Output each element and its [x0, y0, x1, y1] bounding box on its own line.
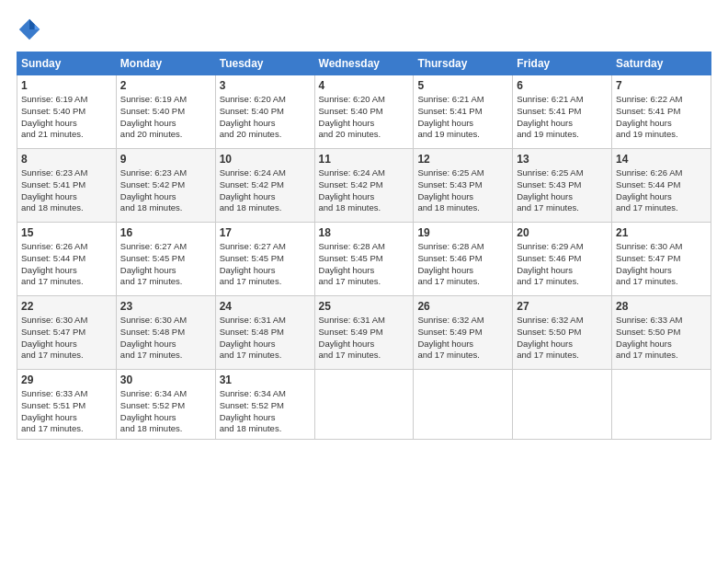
calendar-week-1: 1 Sunrise: 6:19 AMSunset: 5:40 PMDayligh… — [17, 75, 711, 149]
calendar-cell: 17 Sunrise: 6:27 AMSunset: 5:45 PMDaylig… — [215, 223, 314, 296]
day-number: 29 — [21, 373, 112, 386]
cell-info: Sunrise: 6:23 AMSunset: 5:42 PMDaylight … — [120, 167, 187, 213]
calendar-header-wednesday: Wednesday — [314, 52, 414, 75]
page-container: SundayMondayTuesdayWednesdayThursdayFrid… — [0, 0, 728, 449]
cell-info: Sunrise: 6:25 AMSunset: 5:43 PMDaylight … — [417, 167, 483, 213]
calendar-cell: 2 Sunrise: 6:19 AMSunset: 5:40 PMDayligh… — [116, 75, 215, 149]
calendar-cell: 24 Sunrise: 6:31 AMSunset: 5:48 PMDaylig… — [215, 296, 314, 370]
day-number: 3 — [220, 79, 311, 92]
calendar-cell: 16 Sunrise: 6:27 AMSunset: 5:45 PMDaylig… — [116, 223, 215, 296]
day-number: 27 — [517, 300, 608, 313]
day-number: 7 — [616, 79, 707, 92]
cell-info: Sunrise: 6:24 AMSunset: 5:42 PMDaylight … — [220, 167, 286, 213]
cell-info: Sunrise: 6:24 AMSunset: 5:42 PMDaylight … — [319, 167, 385, 213]
day-number: 16 — [120, 226, 211, 239]
cell-info: Sunrise: 6:19 AMSunset: 5:40 PMDaylight … — [21, 94, 87, 139]
calendar-cell: 28 Sunrise: 6:33 AMSunset: 5:50 PMDaylig… — [612, 296, 711, 370]
cell-info: Sunrise: 6:23 AMSunset: 5:41 PMDaylight … — [21, 167, 87, 213]
calendar-cell: 31 Sunrise: 6:34 AMSunset: 5:52 PMDaylig… — [215, 370, 314, 440]
calendar-cell: 15 Sunrise: 6:26 AMSunset: 5:44 PMDaylig… — [17, 223, 117, 296]
cell-info: Sunrise: 6:25 AMSunset: 5:43 PMDaylight … — [517, 167, 583, 213]
header — [17, 17, 711, 42]
calendar-cell — [414, 370, 513, 440]
calendar-cell: 20 Sunrise: 6:29 AMSunset: 5:46 PMDaylig… — [513, 223, 612, 296]
calendar-cell: 22 Sunrise: 6:30 AMSunset: 5:47 PMDaylig… — [17, 296, 117, 370]
cell-info: Sunrise: 6:21 AMSunset: 5:41 PMDaylight … — [417, 94, 483, 139]
calendar-cell: 1 Sunrise: 6:19 AMSunset: 5:40 PMDayligh… — [17, 75, 117, 149]
day-number: 18 — [319, 226, 410, 239]
day-number: 20 — [517, 226, 608, 239]
calendar-header-sunday: Sunday — [17, 52, 117, 75]
cell-info: Sunrise: 6:30 AMSunset: 5:48 PMDaylight … — [120, 315, 187, 360]
calendar-cell: 8 Sunrise: 6:23 AMSunset: 5:41 PMDayligh… — [17, 149, 117, 223]
day-number: 28 — [616, 300, 707, 313]
cell-info: Sunrise: 6:32 AMSunset: 5:50 PMDaylight … — [517, 315, 583, 360]
calendar-cell: 14 Sunrise: 6:26 AMSunset: 5:44 PMDaylig… — [612, 149, 711, 223]
calendar-week-5: 29 Sunrise: 6:33 AMSunset: 5:51 PMDaylig… — [17, 370, 711, 440]
logo-icon — [17, 17, 42, 42]
calendar-header-row: SundayMondayTuesdayWednesdayThursdayFrid… — [17, 52, 711, 75]
cell-info: Sunrise: 6:22 AMSunset: 5:41 PMDaylight … — [616, 94, 682, 139]
calendar-header-monday: Monday — [116, 52, 215, 75]
day-number: 4 — [319, 79, 410, 92]
calendar-header-saturday: Saturday — [612, 52, 711, 75]
cell-info: Sunrise: 6:26 AMSunset: 5:44 PMDaylight … — [616, 167, 682, 213]
cell-info: Sunrise: 6:27 AMSunset: 5:45 PMDaylight … — [120, 241, 187, 286]
day-number: 9 — [120, 153, 211, 166]
day-number: 5 — [417, 79, 508, 92]
cell-info: Sunrise: 6:27 AMSunset: 5:45 PMDaylight … — [220, 241, 286, 286]
cell-info: Sunrise: 6:21 AMSunset: 5:41 PMDaylight … — [517, 94, 583, 139]
calendar-cell: 30 Sunrise: 6:34 AMSunset: 5:52 PMDaylig… — [116, 370, 215, 440]
day-number: 2 — [120, 79, 211, 92]
calendar-cell: 27 Sunrise: 6:32 AMSunset: 5:50 PMDaylig… — [513, 296, 612, 370]
cell-info: Sunrise: 6:20 AMSunset: 5:40 PMDaylight … — [220, 94, 286, 139]
day-number: 21 — [616, 226, 707, 239]
day-number: 17 — [220, 226, 311, 239]
cell-info: Sunrise: 6:34 AMSunset: 5:52 PMDaylight … — [220, 388, 286, 433]
cell-info: Sunrise: 6:32 AMSunset: 5:49 PMDaylight … — [417, 315, 483, 360]
calendar-cell — [513, 370, 612, 440]
calendar-cell: 6 Sunrise: 6:21 AMSunset: 5:41 PMDayligh… — [513, 75, 612, 149]
day-number: 25 — [319, 300, 410, 313]
cell-info: Sunrise: 6:28 AMSunset: 5:46 PMDaylight … — [417, 241, 483, 286]
calendar-week-2: 8 Sunrise: 6:23 AMSunset: 5:41 PMDayligh… — [17, 149, 711, 223]
cell-info: Sunrise: 6:19 AMSunset: 5:40 PMDaylight … — [120, 94, 187, 139]
day-number: 15 — [21, 226, 112, 239]
cell-info: Sunrise: 6:30 AMSunset: 5:47 PMDaylight … — [21, 315, 87, 360]
calendar-cell: 3 Sunrise: 6:20 AMSunset: 5:40 PMDayligh… — [215, 75, 314, 149]
calendar-week-4: 22 Sunrise: 6:30 AMSunset: 5:47 PMDaylig… — [17, 296, 711, 370]
calendar-cell: 11 Sunrise: 6:24 AMSunset: 5:42 PMDaylig… — [314, 149, 414, 223]
calendar-cell: 12 Sunrise: 6:25 AMSunset: 5:43 PMDaylig… — [414, 149, 513, 223]
day-number: 24 — [220, 300, 311, 313]
svg-marker-1 — [29, 19, 40, 29]
day-number: 14 — [616, 153, 707, 166]
calendar-cell: 7 Sunrise: 6:22 AMSunset: 5:41 PMDayligh… — [612, 75, 711, 149]
calendar-cell: 18 Sunrise: 6:28 AMSunset: 5:45 PMDaylig… — [314, 223, 414, 296]
calendar-cell: 9 Sunrise: 6:23 AMSunset: 5:42 PMDayligh… — [116, 149, 215, 223]
cell-info: Sunrise: 6:31 AMSunset: 5:48 PMDaylight … — [220, 315, 286, 360]
cell-info: Sunrise: 6:29 AMSunset: 5:46 PMDaylight … — [517, 241, 583, 286]
day-number: 12 — [417, 153, 508, 166]
calendar-cell: 29 Sunrise: 6:33 AMSunset: 5:51 PMDaylig… — [17, 370, 117, 440]
calendar-table: SundayMondayTuesdayWednesdayThursdayFrid… — [17, 52, 711, 440]
calendar-cell: 4 Sunrise: 6:20 AMSunset: 5:40 PMDayligh… — [314, 75, 414, 149]
cell-info: Sunrise: 6:31 AMSunset: 5:49 PMDaylight … — [319, 315, 385, 360]
cell-info: Sunrise: 6:33 AMSunset: 5:50 PMDaylight … — [616, 315, 682, 360]
day-number: 19 — [417, 226, 508, 239]
calendar-header-friday: Friday — [513, 52, 612, 75]
day-number: 10 — [220, 153, 311, 166]
logo — [17, 17, 46, 42]
day-number: 26 — [417, 300, 508, 313]
day-number: 22 — [21, 300, 112, 313]
day-number: 11 — [319, 153, 410, 166]
calendar-cell: 19 Sunrise: 6:28 AMSunset: 5:46 PMDaylig… — [414, 223, 513, 296]
day-number: 31 — [220, 373, 311, 386]
calendar-cell: 21 Sunrise: 6:30 AMSunset: 5:47 PMDaylig… — [612, 223, 711, 296]
calendar-cell: 26 Sunrise: 6:32 AMSunset: 5:49 PMDaylig… — [414, 296, 513, 370]
cell-info: Sunrise: 6:33 AMSunset: 5:51 PMDaylight … — [21, 388, 87, 433]
day-number: 30 — [120, 373, 211, 386]
calendar-cell: 5 Sunrise: 6:21 AMSunset: 5:41 PMDayligh… — [414, 75, 513, 149]
cell-info: Sunrise: 6:26 AMSunset: 5:44 PMDaylight … — [21, 241, 87, 286]
day-number: 13 — [517, 153, 608, 166]
calendar-header-tuesday: Tuesday — [215, 52, 314, 75]
